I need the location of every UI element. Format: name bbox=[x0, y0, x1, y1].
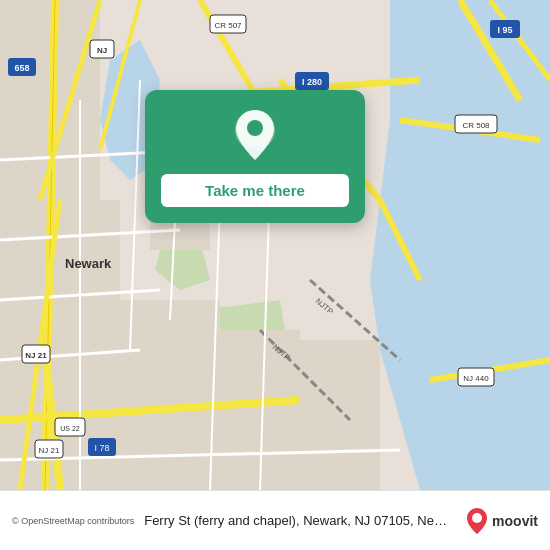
map-container: 658 NJ CR 507 I 280 I 95 CR 508 NJ 21 NJ… bbox=[0, 0, 550, 490]
svg-rect-9 bbox=[120, 300, 220, 490]
svg-text:CR 507: CR 507 bbox=[214, 21, 242, 30]
svg-text:I 78: I 78 bbox=[94, 443, 109, 453]
map-svg: 658 NJ CR 507 I 280 I 95 CR 508 NJ 21 NJ… bbox=[0, 0, 550, 490]
svg-text:US 22: US 22 bbox=[60, 425, 80, 432]
osm-attribution: © OpenStreetMap contributors bbox=[12, 516, 134, 526]
svg-text:NJ 21: NJ 21 bbox=[25, 351, 47, 360]
location-text: Ferry St (ferry and chapel), Newark, NJ … bbox=[144, 513, 456, 528]
svg-text:I 280: I 280 bbox=[302, 77, 322, 87]
moovit-pin-icon bbox=[466, 507, 488, 535]
svg-point-70 bbox=[472, 513, 482, 523]
moovit-label: moovit bbox=[492, 513, 538, 529]
location-pin-icon bbox=[233, 108, 277, 164]
svg-text:NJ 440: NJ 440 bbox=[463, 374, 489, 383]
svg-point-69 bbox=[247, 120, 263, 136]
take-me-there-button[interactable]: Take me there bbox=[161, 174, 349, 207]
svg-text:Newark: Newark bbox=[65, 256, 112, 271]
svg-text:NJ: NJ bbox=[97, 46, 107, 55]
svg-text:CR 508: CR 508 bbox=[462, 121, 490, 130]
bottom-bar: © OpenStreetMap contributors Ferry St (f… bbox=[0, 490, 550, 550]
action-card: Take me there bbox=[145, 90, 365, 223]
svg-text:I 95: I 95 bbox=[497, 25, 512, 35]
moovit-logo: moovit bbox=[466, 507, 538, 535]
svg-text:658: 658 bbox=[14, 63, 29, 73]
svg-rect-11 bbox=[300, 340, 380, 490]
svg-text:NJ 21: NJ 21 bbox=[39, 446, 60, 455]
